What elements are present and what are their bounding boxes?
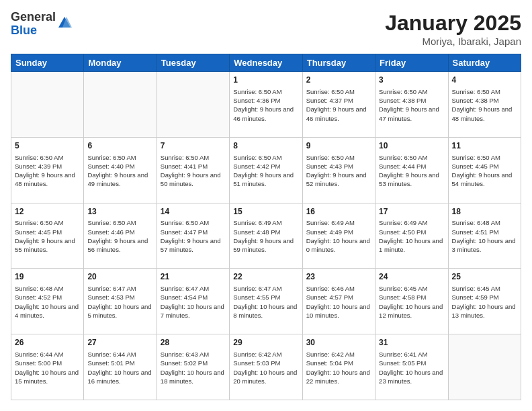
- table-row: 22Sunrise: 6:47 AM Sunset: 4:55 PM Dayli…: [230, 269, 302, 334]
- day-number: 30: [306, 337, 371, 349]
- table-row: 6Sunrise: 6:50 AM Sunset: 4:40 PM Daylig…: [84, 137, 157, 203]
- day-number: 13: [87, 206, 152, 218]
- table-row: 2Sunrise: 6:50 AM Sunset: 4:37 PM Daylig…: [302, 72, 375, 138]
- table-row: 17Sunrise: 6:49 AM Sunset: 4:50 PM Dayli…: [375, 203, 448, 269]
- day-number: 22: [233, 271, 298, 283]
- day-info: Sunrise: 6:50 AM Sunset: 4:37 PM Dayligh…: [306, 87, 371, 123]
- month-title: January 2025: [385, 11, 521, 36]
- day-info: Sunrise: 6:47 AM Sunset: 4:54 PM Dayligh…: [161, 284, 226, 320]
- week-row-4: 26Sunrise: 6:44 AM Sunset: 5:00 PM Dayli…: [11, 334, 521, 400]
- day-info: Sunrise: 6:45 AM Sunset: 4:59 PM Dayligh…: [452, 284, 517, 320]
- day-number: 11: [452, 140, 517, 152]
- logo-general: General: [11, 11, 56, 24]
- day-number: 16: [306, 206, 371, 218]
- table-row: 7Sunrise: 6:50 AM Sunset: 4:41 PM Daylig…: [157, 137, 229, 203]
- table-row: 23Sunrise: 6:46 AM Sunset: 4:57 PM Dayli…: [302, 269, 375, 334]
- table-row: 15Sunrise: 6:49 AM Sunset: 4:48 PM Dayli…: [230, 203, 302, 269]
- col-wednesday: Wednesday: [230, 54, 302, 72]
- table-row: 31Sunrise: 6:41 AM Sunset: 5:05 PM Dayli…: [375, 334, 448, 400]
- table-row: 14Sunrise: 6:50 AM Sunset: 4:47 PM Dayli…: [157, 203, 229, 269]
- table-row: 28Sunrise: 6:43 AM Sunset: 5:02 PM Dayli…: [157, 334, 229, 400]
- table-row: 11Sunrise: 6:50 AM Sunset: 4:45 PM Dayli…: [448, 137, 521, 203]
- table-row: 26Sunrise: 6:44 AM Sunset: 5:00 PM Dayli…: [11, 334, 84, 400]
- day-info: Sunrise: 6:50 AM Sunset: 4:46 PM Dayligh…: [87, 218, 152, 254]
- table-row: 9Sunrise: 6:50 AM Sunset: 4:43 PM Daylig…: [302, 137, 375, 203]
- day-info: Sunrise: 6:50 AM Sunset: 4:39 PM Dayligh…: [15, 153, 80, 189]
- header: General Blue January 2025 Moriya, Ibarak…: [11, 11, 521, 47]
- table-row: [84, 72, 157, 138]
- day-number: 1: [233, 75, 298, 86]
- day-info: Sunrise: 6:50 AM Sunset: 4:45 PM Dayligh…: [452, 153, 517, 189]
- week-row-1: 5Sunrise: 6:50 AM Sunset: 4:39 PM Daylig…: [11, 137, 521, 203]
- day-info: Sunrise: 6:48 AM Sunset: 4:52 PM Dayligh…: [15, 284, 80, 320]
- table-row: 21Sunrise: 6:47 AM Sunset: 4:54 PM Dayli…: [157, 269, 229, 334]
- day-info: Sunrise: 6:49 AM Sunset: 4:49 PM Dayligh…: [306, 218, 371, 254]
- day-number: 20: [87, 271, 152, 283]
- table-row: [157, 72, 229, 138]
- day-number: 21: [161, 271, 226, 283]
- day-number: 6: [87, 140, 152, 152]
- location: Moriya, Ibaraki, Japan: [385, 36, 521, 47]
- week-row-3: 19Sunrise: 6:48 AM Sunset: 4:52 PM Dayli…: [11, 269, 521, 334]
- table-row: 1Sunrise: 6:50 AM Sunset: 4:36 PM Daylig…: [230, 72, 302, 138]
- calendar-header-row: Sunday Monday Tuesday Wednesday Thursday…: [11, 54, 521, 72]
- day-number: 26: [15, 337, 80, 349]
- day-number: 25: [452, 271, 517, 283]
- day-info: Sunrise: 6:50 AM Sunset: 4:38 PM Dayligh…: [452, 87, 517, 123]
- day-info: Sunrise: 6:50 AM Sunset: 4:36 PM Dayligh…: [233, 87, 298, 123]
- day-info: Sunrise: 6:42 AM Sunset: 5:03 PM Dayligh…: [233, 350, 298, 385]
- col-thursday: Thursday: [302, 54, 375, 72]
- logo-triangle-icon: [57, 15, 72, 30]
- table-row: 25Sunrise: 6:45 AM Sunset: 4:59 PM Dayli…: [448, 269, 521, 334]
- day-info: Sunrise: 6:50 AM Sunset: 4:45 PM Dayligh…: [15, 218, 80, 254]
- day-number: 31: [379, 337, 444, 349]
- day-info: Sunrise: 6:46 AM Sunset: 4:57 PM Dayligh…: [306, 284, 371, 320]
- table-row: 20Sunrise: 6:47 AM Sunset: 4:53 PM Dayli…: [84, 269, 157, 334]
- title-section: January 2025 Moriya, Ibaraki, Japan: [385, 11, 521, 47]
- table-row: 18Sunrise: 6:48 AM Sunset: 4:51 PM Dayli…: [448, 203, 521, 269]
- day-info: Sunrise: 6:41 AM Sunset: 5:05 PM Dayligh…: [379, 350, 444, 385]
- col-monday: Monday: [84, 54, 157, 72]
- table-row: 29Sunrise: 6:42 AM Sunset: 5:03 PM Dayli…: [230, 334, 302, 400]
- day-number: 19: [15, 271, 80, 283]
- day-info: Sunrise: 6:49 AM Sunset: 4:50 PM Dayligh…: [379, 218, 444, 254]
- table-row: 3Sunrise: 6:50 AM Sunset: 4:38 PM Daylig…: [375, 72, 448, 138]
- day-number: 15: [233, 206, 298, 218]
- day-number: 9: [306, 140, 371, 152]
- table-row: 16Sunrise: 6:49 AM Sunset: 4:49 PM Dayli…: [302, 203, 375, 269]
- day-info: Sunrise: 6:50 AM Sunset: 4:44 PM Dayligh…: [379, 153, 444, 189]
- day-info: Sunrise: 6:50 AM Sunset: 4:41 PM Dayligh…: [161, 153, 226, 189]
- table-row: 4Sunrise: 6:50 AM Sunset: 4:38 PM Daylig…: [448, 72, 521, 138]
- day-info: Sunrise: 6:48 AM Sunset: 4:51 PM Dayligh…: [452, 218, 517, 254]
- week-row-2: 12Sunrise: 6:50 AM Sunset: 4:45 PM Dayli…: [11, 203, 521, 269]
- day-number: 18: [452, 206, 517, 218]
- day-info: Sunrise: 6:47 AM Sunset: 4:55 PM Dayligh…: [233, 284, 298, 320]
- col-saturday: Saturday: [448, 54, 521, 72]
- day-number: 12: [15, 206, 80, 218]
- day-info: Sunrise: 6:50 AM Sunset: 4:38 PM Dayligh…: [379, 87, 444, 123]
- day-info: Sunrise: 6:50 AM Sunset: 4:43 PM Dayligh…: [306, 153, 371, 189]
- day-number: 4: [452, 75, 517, 86]
- day-number: 23: [306, 271, 371, 283]
- table-row: 8Sunrise: 6:50 AM Sunset: 4:42 PM Daylig…: [230, 137, 302, 203]
- day-number: 3: [379, 75, 444, 86]
- day-info: Sunrise: 6:44 AM Sunset: 5:00 PM Dayligh…: [15, 350, 80, 385]
- day-info: Sunrise: 6:43 AM Sunset: 5:02 PM Dayligh…: [161, 350, 226, 385]
- col-sunday: Sunday: [11, 54, 84, 72]
- day-number: 7: [161, 140, 226, 152]
- day-info: Sunrise: 6:45 AM Sunset: 4:58 PM Dayligh…: [379, 284, 444, 320]
- table-row: 24Sunrise: 6:45 AM Sunset: 4:58 PM Dayli…: [375, 269, 448, 334]
- table-row: 12Sunrise: 6:50 AM Sunset: 4:45 PM Dayli…: [11, 203, 84, 269]
- day-number: 8: [233, 140, 298, 152]
- table-row: 30Sunrise: 6:42 AM Sunset: 5:04 PM Dayli…: [302, 334, 375, 400]
- day-number: 24: [379, 271, 444, 283]
- calendar-table: Sunday Monday Tuesday Wednesday Thursday…: [11, 54, 521, 400]
- logo: General Blue: [11, 11, 72, 38]
- day-info: Sunrise: 6:49 AM Sunset: 4:48 PM Dayligh…: [233, 218, 298, 254]
- table-row: 5Sunrise: 6:50 AM Sunset: 4:39 PM Daylig…: [11, 137, 84, 203]
- logo-name: General Blue: [11, 11, 56, 38]
- day-number: 10: [379, 140, 444, 152]
- day-number: 2: [306, 75, 371, 86]
- logo-blue: Blue: [11, 24, 56, 38]
- table-row: 10Sunrise: 6:50 AM Sunset: 4:44 PM Dayli…: [375, 137, 448, 203]
